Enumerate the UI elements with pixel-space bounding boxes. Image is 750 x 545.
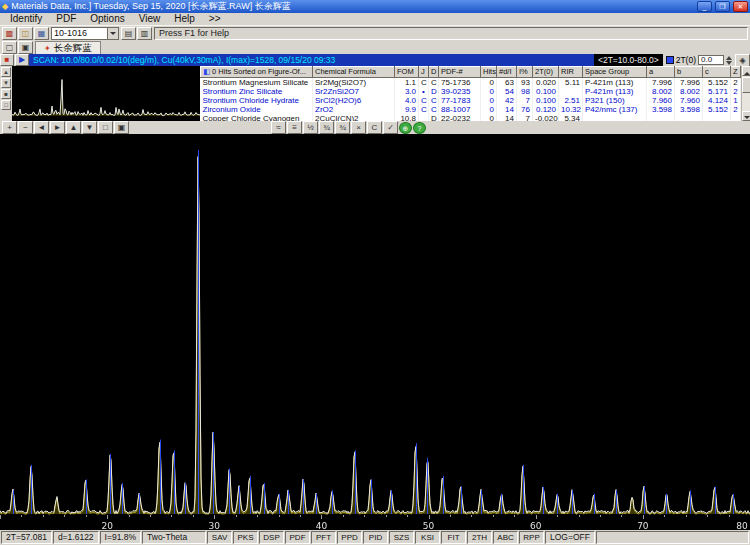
cell-formula: Sr2Mg(Si2O7) — [313, 78, 395, 88]
scroll-up-icon[interactable] — [742, 66, 750, 76]
result-row[interactable]: Zirconium OxideZrO29.9CC88-1007014760.12… — [201, 105, 741, 114]
overlay-window-icon[interactable]: ▣ — [18, 41, 33, 54]
results-col-15[interactable]: Z — [731, 67, 741, 78]
result-row[interactable]: Strontium Magnesium SilicateSr2Mg(Si2O7)… — [201, 78, 741, 88]
status-button-ppd[interactable]: PPD — [337, 531, 362, 544]
pan-left-icon[interactable]: ◄ — [34, 121, 49, 134]
results-col-12[interactable]: a — [647, 67, 675, 78]
scrollbar-track[interactable] — [742, 76, 750, 111]
zoom-in-icon[interactable]: + — [2, 121, 17, 134]
tab-changyuhuilan[interactable]: ✦ 长余辉蓝 — [35, 41, 101, 54]
diffraction-plot[interactable] — [0, 134, 750, 530]
open-folder-icon[interactable]: ◫ — [18, 27, 33, 40]
maximize-button[interactable]: ❐ — [715, 1, 730, 12]
results-col-14[interactable]: c — [703, 67, 731, 78]
results-col-8[interactable]: I% — [517, 67, 533, 78]
search-match-icon[interactable]: ⊕ — [399, 122, 412, 134]
menu-view[interactable]: View — [132, 13, 168, 25]
result-row[interactable]: Copper Chloride Cyanogen2CuCl(CN)210.8D2… — [201, 114, 741, 121]
menu-overflow-button[interactable]: >> — [202, 13, 228, 25]
cell-b — [675, 114, 703, 121]
results-col-3[interactable]: J — [419, 67, 429, 78]
new-window-icon[interactable]: ▢ — [2, 41, 17, 54]
calibrate-icon[interactable]: C — [367, 121, 382, 134]
cell-hits: 0 — [481, 96, 497, 105]
cell-fom: 3.0 — [395, 87, 419, 96]
scrollbar-thumb[interactable] — [742, 77, 750, 93]
thumb-scroll-down-icon[interactable]: ▼ — [1, 78, 11, 88]
result-row[interactable]: Strontium Zinc SilicateSr2ZnSi2O73.0•D39… — [201, 87, 741, 96]
spinner-control[interactable] — [726, 56, 732, 65]
status-button-2th[interactable]: 2TH — [467, 531, 492, 544]
scroll-down-icon[interactable] — [742, 111, 750, 121]
save-file-icon[interactable]: ▦ — [34, 27, 49, 40]
results-col-1[interactable]: Chemical Formula — [313, 67, 395, 78]
delete-peak-icon[interactable]: × — [351, 121, 366, 134]
full-range-icon[interactable]: ▣ — [114, 121, 129, 134]
menu-identify[interactable]: Identify — [3, 13, 49, 25]
kalpha2-strip-icon[interactable]: ½ — [303, 121, 318, 134]
background-tool-icon[interactable]: ≡ — [287, 121, 302, 134]
result-row[interactable]: Strontium Chloride HydrateSrCl2(H2O)64.0… — [201, 96, 741, 105]
pattern-file-icon[interactable]: ▩ — [2, 27, 17, 40]
status-button-szs[interactable]: SZS — [389, 531, 414, 544]
run-scan-icon[interactable]: ▶ — [15, 54, 29, 66]
status-button-ksi[interactable]: KSI — [415, 531, 440, 544]
cell-ipct: 93 — [517, 78, 533, 88]
table-scrollbar[interactable] — [741, 66, 750, 121]
thumbnail-canvas[interactable] — [12, 66, 200, 121]
zoom-out-icon[interactable]: − — [18, 121, 33, 134]
results-col-9[interactable]: 2T(0) — [533, 67, 559, 78]
status-button-pdf[interactable]: PDF — [285, 531, 310, 544]
status-button-rpp[interactable]: RPP — [519, 531, 544, 544]
menu-options[interactable]: Options — [83, 13, 131, 25]
apply-icon[interactable]: ✓ — [383, 121, 398, 134]
combo-dropdown-icon[interactable] — [107, 28, 118, 39]
status-button-abc[interactable]: ABC — [493, 531, 518, 544]
results-col-10[interactable]: RIR — [559, 67, 583, 78]
cell-tt0: 0.120 — [533, 105, 559, 114]
results-col-11[interactable]: Space Group — [583, 67, 647, 78]
status-button-fit[interactable]: FIT — [441, 531, 466, 544]
menu-help[interactable]: Help — [167, 13, 202, 25]
menu-pdf[interactable]: PDF — [49, 13, 83, 25]
log-scale-toggle[interactable]: LOG=OFF — [545, 531, 595, 544]
print-icon[interactable]: ▥ — [137, 27, 152, 40]
minimize-button[interactable]: _ — [697, 1, 712, 12]
pattern-thumbnail[interactable] — [12, 66, 200, 121]
pdf-range-combo[interactable]: 10-1016 — [51, 27, 119, 40]
diffraction-plot-canvas[interactable] — [0, 134, 750, 530]
results-col-7[interactable]: #d/I — [497, 67, 517, 78]
status-button-pks[interactable]: PKS — [233, 531, 258, 544]
thumb-clear-icon[interactable]: □ — [1, 100, 11, 110]
cell-hits: 0 — [481, 114, 497, 121]
cell-b: 7.960 — [675, 96, 703, 105]
profile-fit-icon[interactable]: ¾ — [319, 121, 334, 134]
pan-down-icon[interactable]: ▼ — [82, 121, 97, 134]
status-button-dsp[interactable]: DSP — [259, 531, 284, 544]
pan-up-icon[interactable]: ▲ — [66, 121, 81, 134]
pan-right-icon[interactable]: ► — [50, 121, 65, 134]
stop-scan-icon[interactable]: ■ — [0, 54, 14, 66]
status-button-pid[interactable]: PID — [363, 531, 388, 544]
results-col-4[interactable]: D — [429, 67, 439, 78]
status-button-pft[interactable]: PFT — [311, 531, 336, 544]
help-icon[interactable]: ? — [413, 122, 426, 134]
peak-label-icon[interactable]: ¾ — [335, 121, 350, 134]
two-theta-zero-input[interactable]: 0.0 — [698, 55, 724, 65]
pdf-range-value: 10-1016 — [52, 28, 107, 39]
thumb-scroll-up-icon[interactable]: ▲ — [1, 67, 11, 77]
results-col-5[interactable]: PDF-# — [439, 67, 481, 78]
results-col-6[interactable]: Hits — [481, 67, 497, 78]
status-button-sav[interactable]: SAV — [207, 531, 232, 544]
cell-a: 3.598 — [647, 105, 675, 114]
results-col-13[interactable]: b — [675, 67, 703, 78]
box-zoom-icon[interactable]: □ — [98, 121, 113, 134]
results-col-0[interactable]: ◧0 Hits Sorted on Figure-Of... — [201, 67, 313, 78]
smooth-tool-icon[interactable]: ≈ — [271, 121, 286, 134]
close-button[interactable]: ✕ — [733, 1, 748, 12]
report-view-icon[interactable]: ▤ — [121, 27, 136, 40]
thumb-marker-icon[interactable]: ■ — [1, 89, 11, 99]
results-col-2[interactable]: FOM — [395, 67, 419, 78]
cell-rir: 10.32 — [559, 105, 583, 114]
